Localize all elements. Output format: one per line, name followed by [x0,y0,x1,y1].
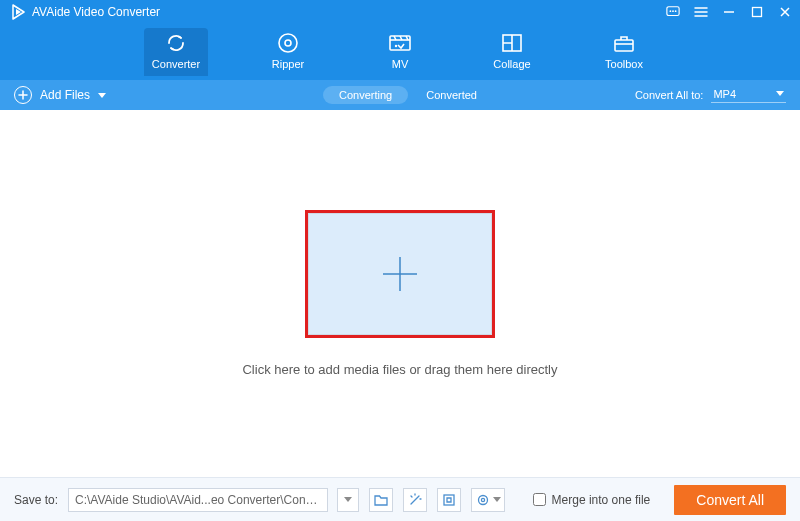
svg-point-3 [675,10,677,12]
wand-icon [408,493,422,507]
svg-point-13 [481,498,484,501]
mv-icon [388,33,412,53]
nav-label: Ripper [272,58,304,70]
play-triangle-icon [10,4,26,20]
svg-rect-10 [615,40,633,51]
svg-point-2 [672,10,674,12]
app-title: AVAide Video Converter [32,5,160,19]
add-files-button[interactable]: Add Files [14,86,106,104]
convert-all-label: Convert All to: [635,89,703,101]
format-selected: MP4 [713,88,736,100]
top-nav: Converter Ripper MV Collage Toolbox [0,24,800,80]
nav-label: MV [392,58,409,70]
plus-circle-icon [14,86,32,104]
nav-label: Converter [152,58,200,70]
tab-converted[interactable]: Converted [426,89,477,101]
save-to-label: Save to: [14,493,58,507]
nav-mv[interactable]: MV [368,28,432,76]
toolbox-icon [612,33,636,53]
svg-point-12 [478,495,487,504]
folder-icon [374,494,388,506]
chevron-down-icon [98,93,106,98]
enhance-button[interactable] [403,488,427,512]
gear-icon [476,493,490,507]
nav-ripper[interactable]: Ripper [256,28,320,76]
nav-label: Collage [493,58,530,70]
open-folder-button[interactable] [369,488,393,512]
converter-icon [164,32,188,54]
bottom-bar: Save to: C:\AVAide Studio\AVAid...eo Con… [0,477,800,521]
title-bar: AVAide Video Converter [0,0,800,24]
tab-converting[interactable]: Converting [323,86,408,104]
menu-icon[interactable] [694,5,708,19]
format-select[interactable]: MP4 [711,88,786,103]
svg-rect-4 [753,8,762,17]
drop-zone[interactable] [305,210,495,338]
plus-icon [377,251,423,297]
chevron-down-icon [493,497,501,502]
ripper-icon [277,32,299,54]
main-area: Click here to add media files or drag th… [0,110,800,477]
chevron-down-icon [776,91,784,96]
settings-button[interactable] [471,488,505,512]
save-path-value: C:\AVAide Studio\AVAid...eo Converter\Co… [75,493,321,507]
feedback-icon[interactable] [666,5,680,19]
save-path-dropdown[interactable] [337,488,359,512]
nav-label: Toolbox [605,58,643,70]
convert-all-to: Convert All to: MP4 [635,88,786,103]
svg-rect-11 [444,495,454,505]
compress-button[interactable] [437,488,461,512]
svg-point-1 [670,10,672,12]
merge-checkbox-input[interactable] [533,493,546,506]
toolbar: Add Files Converting Converted Convert A… [0,80,800,110]
svg-point-6 [285,40,291,46]
svg-point-5 [279,34,297,52]
nav-toolbox[interactable]: Toolbox [592,28,656,76]
drop-hint: Click here to add media files or drag th… [242,362,557,377]
close-button[interactable] [778,5,792,19]
maximize-button[interactable] [750,5,764,19]
compress-icon [442,493,456,507]
save-path-input[interactable]: C:\AVAide Studio\AVAid...eo Converter\Co… [68,488,328,512]
merge-label: Merge into one file [552,493,651,507]
chevron-down-icon [344,497,352,502]
app-logo: AVAide Video Converter [10,4,160,20]
convert-all-button[interactable]: Convert All [674,485,786,515]
svg-point-8 [395,45,397,47]
merge-checkbox[interactable]: Merge into one file [533,493,651,507]
status-tabs: Converting Converted [323,86,477,104]
add-files-label: Add Files [40,88,90,102]
nav-converter[interactable]: Converter [144,28,208,76]
window-controls [666,5,792,19]
nav-collage[interactable]: Collage [480,28,544,76]
minimize-button[interactable] [722,5,736,19]
collage-icon [501,33,523,53]
